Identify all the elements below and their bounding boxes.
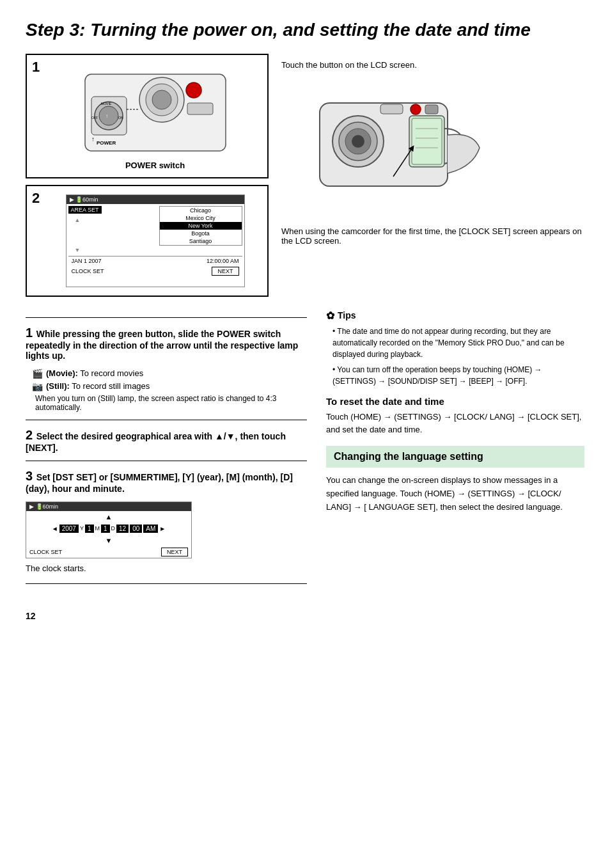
left-instructions: 1 While pressing the green button, slide… [26, 310, 307, 592]
right-column: Touch the button on the LCD screen. [281, 54, 584, 297]
still-icon: 📷 [32, 381, 43, 391]
csi-up: ▲ [26, 511, 191, 523]
instruction-step-1: 1 While pressing the green button, slide… [26, 326, 307, 361]
diagram2-box: 2 ▶ 🔋60min AREA SET ▲ Chicago [26, 185, 269, 297]
changing-lang-text: You can change the on-screen displays to… [326, 474, 584, 514]
date-time-row: JAN 1 2007 12:00:00 AM [68, 256, 242, 265]
city-chicago: Chicago [160, 207, 242, 214]
ampm-cell: AM [143, 525, 158, 533]
movie-label: (Movie): To record movies [46, 368, 143, 379]
screen-header: ▶ 🔋60min [66, 195, 244, 204]
tips-icon: ✿ [326, 310, 334, 322]
right-instructions: ✿ Tips • The date and time do not appear… [326, 310, 584, 592]
csi-down: ▼ [26, 535, 191, 546]
svg-rect-27 [425, 105, 438, 114]
time-display: 12:00:00 AM [207, 258, 239, 264]
changing-lang-box: Changing the language setting [326, 446, 584, 468]
top-section: 1 MOVIE OFF ON ↑ [26, 54, 584, 297]
reset-title: To reset the date and time [326, 396, 584, 407]
arrow-left: ◄ [52, 525, 58, 532]
screen-icon: ▶ 🔋60min [70, 196, 98, 203]
svg-point-3 [152, 90, 171, 109]
reset-section: To reset the date and time Touch (HOME) … [326, 396, 584, 438]
reset-text: Touch (HOME) → (SETTINGS) → [CLOCK/ LANG… [326, 411, 584, 438]
power-switch-diagram: MOVIE OFF ON ↑ POWER ↑ [59, 61, 251, 157]
y-label: Y [80, 525, 84, 532]
divider-bottom [26, 583, 307, 584]
m-label: M [95, 525, 100, 532]
divider3 [26, 461, 307, 461]
still-note: When you turn on (Still) lamp, the scree… [35, 394, 307, 412]
year-cell: 2007 [59, 525, 79, 533]
svg-text:MOVIE: MOVIE [101, 102, 112, 106]
movie-icon: 🎬 [32, 368, 43, 379]
step2-number: 2 [32, 190, 40, 207]
diagram1-box: 1 MOVIE OFF ON ↑ [26, 54, 269, 178]
svg-point-20 [352, 135, 364, 148]
step2-text: Select the desired geographical area wit… [26, 431, 286, 453]
arrow-right: ► [159, 525, 166, 532]
area-set-label: AREA SET [68, 206, 102, 214]
svg-rect-12 [187, 103, 213, 114]
clock-starts-text: The clock starts. [26, 564, 307, 573]
month-cell: 1 [85, 525, 94, 533]
step3-text: Set [DST SET] or [SUMMERTIME], [Y] (year… [26, 472, 293, 494]
min-cell: 00 [130, 525, 142, 533]
city-list: Chicago Mexico City New York Bogota Sant… [159, 206, 242, 246]
svg-text:OFF: OFF [91, 116, 98, 120]
camcorder-image [281, 77, 486, 218]
step1-number: 1 [32, 59, 40, 75]
hour-cell: 12 [116, 525, 129, 533]
screen-body: AREA SET ▲ Chicago Mexico City New York … [66, 204, 244, 279]
city-santiago: Santiago [160, 237, 242, 245]
svg-point-11 [186, 83, 201, 98]
still-label: (Still): To record still images [46, 381, 150, 391]
svg-text:ON: ON [118, 116, 123, 120]
power-switch-label: POWER switch [125, 161, 185, 170]
city-mexico: Mexico City [160, 214, 242, 222]
clock-set-screen-step3: ▶ 🔋60min ▲ ◄ 2007 Y 1 M 1 D 12 00 AM ► ▼… [26, 501, 192, 558]
tips-section: ✿ Tips • The date and time do not appear… [326, 310, 584, 387]
clock-set-label: CLOCK SET [72, 268, 104, 274]
changing-lang-title: Changing the language setting [334, 451, 577, 462]
clock-set-footer: CLOCK SET NEXT [68, 265, 242, 277]
step1-num: 1 [26, 326, 36, 340]
tip-1: • The date and time do not appear during… [332, 326, 584, 360]
tips-title: ✿ Tips [326, 310, 584, 322]
step3-num: 3 [26, 469, 36, 483]
step1-text: While pressing the green button, slide t… [26, 329, 298, 361]
main-content: 1 While pressing the green button, slide… [26, 310, 584, 592]
divider1 [26, 317, 307, 318]
divider2 [26, 420, 307, 420]
csi-clock-label: CLOCK SET [29, 549, 62, 555]
diagrams-column: 1 MOVIE OFF ON ↑ [26, 54, 269, 297]
d-label: D [111, 525, 116, 532]
svg-text:POWER: POWER [97, 140, 116, 146]
date-display: JAN 1 2007 [72, 258, 102, 264]
city-bogota: Bogota [160, 230, 242, 237]
csi-footer: CLOCK SET NEXT [26, 546, 191, 558]
tips-heading: Tips [338, 310, 356, 320]
csi-next-btn[interactable]: NEXT [161, 548, 188, 556]
page-title: Step 3: Turning the power on, and settin… [26, 19, 584, 41]
movie-bullet: 🎬 (Movie): To record movies [32, 368, 307, 379]
csi-icon: ▶ 🔋60min [29, 503, 58, 510]
step2-num: 2 [26, 428, 36, 442]
step2-caption: When using the camcorder for the first t… [281, 226, 584, 246]
clock-screen: ▶ 🔋60min AREA SET ▲ Chicago Mexico City [66, 194, 245, 287]
instruction-step-2: 2 Select the desired geographical area w… [26, 428, 307, 453]
svg-rect-22 [412, 118, 442, 164]
still-bullet: 📷 (Still): To record still images [32, 381, 307, 391]
csi-header: ▶ 🔋60min [26, 502, 191, 511]
svg-text:↑: ↑ [106, 113, 108, 119]
step1-caption: Touch the button on the LCD screen. [281, 60, 584, 70]
page-number: 12 [26, 611, 584, 621]
next-button[interactable]: NEXT [212, 267, 239, 276]
svg-point-26 [411, 104, 421, 114]
svg-rect-28 [380, 104, 403, 114]
svg-point-6 [99, 106, 118, 125]
day-cell: 1 [101, 525, 110, 533]
instruction-step-3: 3 Set [DST SET] or [SUMMERTIME], [Y] (ye… [26, 469, 307, 494]
svg-text:↑: ↑ [91, 136, 95, 143]
tip-2: • You can turn off the operation beeps b… [332, 364, 584, 387]
